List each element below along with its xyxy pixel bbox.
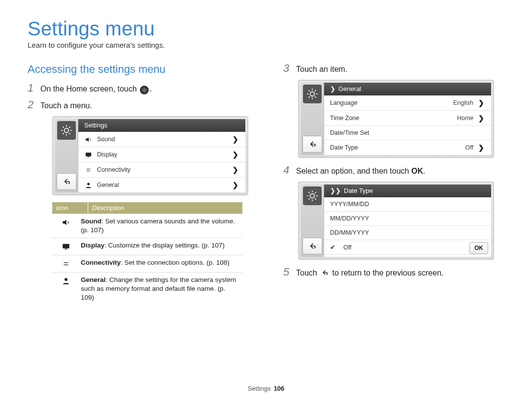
sound-icon [84, 136, 92, 143]
option-yyyymmdd[interactable]: YYYY/MM/DD [324, 197, 491, 212]
check-icon: ✔ [330, 244, 335, 251]
page-subtitle: Learn to configure your camera's setting… [28, 41, 504, 49]
device-header: ❯General [324, 83, 491, 95]
step-5: 5 Touch to return to the previous screen… [283, 267, 504, 280]
device-datetype: ❯❯Date Type YYYY/MM/DD MM/DD/YYYY DD/MM/… [298, 182, 494, 260]
menu-general[interactable]: General ❯ [78, 178, 245, 192]
sound-icon [52, 214, 80, 238]
menu-connectivity[interactable]: Connectivity ❯ [78, 162, 245, 178]
item-language[interactable]: Language English❯ [324, 95, 491, 111]
back-icon [320, 268, 329, 280]
option-mmddyyyy[interactable]: MM/DD/YYYY [324, 212, 491, 226]
general-icon [52, 273, 80, 305]
step-4: 4 Select an option, and then touch OK. [283, 165, 504, 177]
step-1: 1 On the Home screen, touch . [28, 83, 249, 94]
chevron-right-icon: ❯ [478, 144, 484, 152]
device-general: ❯General Language English❯ Time Zone Hom… [298, 80, 494, 158]
table-row: Display: Customize the display settings.… [52, 238, 242, 255]
general-icon [84, 182, 92, 189]
section-heading: Accessing the settings menu [28, 63, 249, 76]
gear-icon[interactable] [57, 121, 76, 140]
chevron-right-icon: ❯ [233, 166, 238, 174]
device-settings: Settings Sound ❯ Display ❯ Connectivity … [52, 116, 248, 195]
item-datetime[interactable]: Date/Time Set [324, 126, 491, 140]
table-row: Sound: Set various camera sounds and the… [52, 214, 242, 238]
chevron-right-icon: ❯ [330, 85, 335, 93]
item-timezone[interactable]: Time Zone Home❯ [324, 111, 491, 126]
chevron-right-icon: ❯ [233, 135, 238, 143]
chevron-right-icon: ❯❯ [330, 187, 341, 194]
ok-button[interactable]: OK [469, 242, 488, 254]
menu-sound[interactable]: Sound ❯ [78, 132, 245, 147]
chevron-right-icon: ❯ [478, 99, 484, 107]
option-off[interactable]: ✔Off [324, 240, 491, 255]
gear-icon[interactable] [303, 186, 322, 205]
gear-icon[interactable] [303, 85, 322, 103]
connectivity-icon [52, 255, 80, 272]
page-footer: Settings106 [0, 385, 532, 392]
connectivity-icon [84, 166, 92, 174]
back-button[interactable] [302, 136, 322, 153]
device-header: Settings [78, 119, 245, 132]
chevron-right-icon: ❯ [478, 114, 484, 122]
chevron-right-icon: ❯ [233, 181, 238, 189]
gear-icon [140, 86, 149, 94]
ok-icon: OK [411, 167, 423, 175]
step-2: 2 Touch a menu. [28, 99, 249, 111]
option-ddmmyyyy[interactable]: DD/MM/YYYY [324, 226, 491, 240]
display-icon [52, 238, 80, 255]
back-button[interactable] [302, 238, 322, 254]
step-3: 3 Touch an item. [283, 63, 504, 75]
table-row: General: Change the settings for the cam… [52, 272, 242, 305]
back-button[interactable] [57, 173, 76, 190]
display-icon [84, 151, 92, 158]
description-table: Icon Description Sound: Set various came… [52, 202, 242, 305]
item-datetype[interactable]: Date Type Off❯ [324, 140, 491, 155]
table-row: Connectivity: Set the connection options… [52, 255, 242, 272]
chevron-right-icon: ❯ [233, 151, 238, 158]
page-title: Settings menu [28, 18, 504, 40]
menu-display[interactable]: Display ❯ [78, 147, 245, 162]
device-header: ❯❯Date Type [324, 185, 491, 197]
